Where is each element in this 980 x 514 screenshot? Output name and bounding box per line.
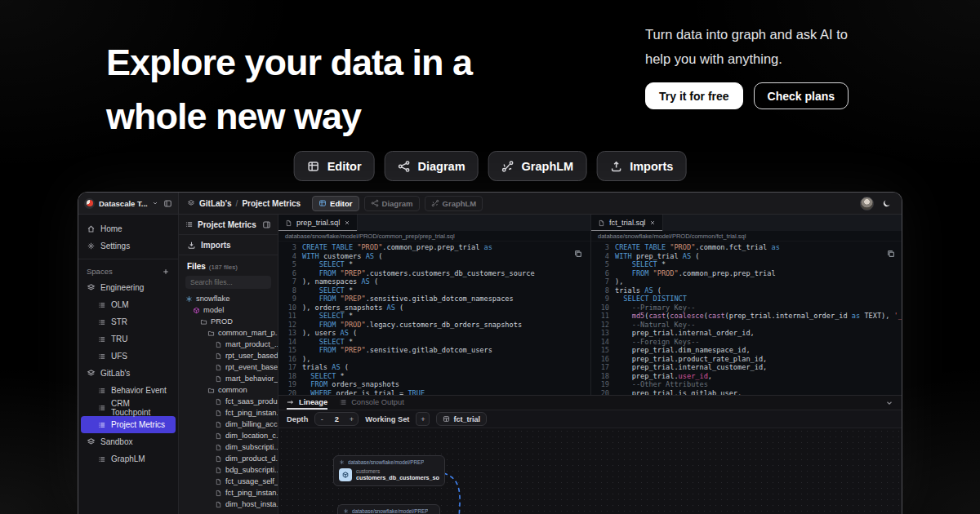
- tree-item-dim-subscripti[interactable]: dim_subscripti...: [179, 441, 278, 453]
- tree-item-rpt-event-base[interactable]: rpt_event_base...: [179, 361, 278, 373]
- check-plans-button[interactable]: Check plans: [754, 82, 849, 109]
- sidebar-item-str[interactable]: STR: [78, 313, 178, 330]
- tree-item-fct-saas-produ[interactable]: fct_saas_produ...: [179, 396, 278, 407]
- tree-item-label: snowflake: [196, 295, 229, 303]
- import-icon: [187, 241, 196, 250]
- feature-tab-label: Imports: [630, 160, 673, 173]
- working-set-chip[interactable]: fct_trial: [436, 412, 487, 426]
- tree-item-label: dim_product_d...: [225, 454, 278, 463]
- depth-decrement-button[interactable]: -: [315, 415, 328, 423]
- collapse-panel-icon[interactable]: [885, 399, 893, 407]
- tree-item-dim-billing-acc[interactable]: dim_billing_acc...: [179, 419, 278, 430]
- tree-item-dim-location-c[interactable]: dim_location_c...: [179, 430, 278, 441]
- sidebar-space-label: Engineering: [100, 283, 144, 292]
- chevron-down-icon[interactable]: [152, 200, 158, 206]
- tree-item-fct-ping-instan[interactable]: fct_ping_instan...: [179, 487, 278, 498]
- tab-console-output[interactable]: Console Output: [339, 396, 404, 410]
- breadcrumb-space[interactable]: GitLab's: [199, 199, 232, 208]
- depth-increment-button[interactable]: +: [345, 415, 358, 423]
- sidebar-toggle-icon[interactable]: [163, 199, 172, 208]
- tree-item-fct-usage-self[interactable]: fct_usage_self_...: [179, 476, 278, 487]
- sidebar-item-tru[interactable]: TRU: [78, 330, 178, 348]
- copy-code-button[interactable]: [886, 249, 896, 259]
- code-token: =: [399, 389, 408, 396]
- lineage-canvas[interactable]: database/snowflake/model/PREPcustomerscu…: [278, 428, 902, 514]
- tree-item-fct-ping-instan[interactable]: fct_ping_instan...: [179, 407, 278, 419]
- code-line: 14 --Foreign Keys--: [591, 338, 902, 347]
- user-avatar[interactable]: [860, 197, 874, 210]
- tree-item-snowflake[interactable]: snowflake: [179, 293, 278, 304]
- sidebar-item-project-metrics[interactable]: Project Metrics: [81, 416, 176, 433]
- imports-item[interactable]: Imports: [179, 235, 278, 255]
- sidebar-item-olm[interactable]: OLM: [78, 296, 178, 313]
- code-token: .sensitive.gitlab_dotcom_users: [366, 346, 492, 355]
- sidebar-item-label: Home: [100, 224, 122, 233]
- tree-item-label: common_mart_p...: [218, 329, 278, 337]
- view-tab-editor[interactable]: Editor: [312, 196, 359, 211]
- feature-tab-imports[interactable]: Imports: [596, 151, 686, 181]
- tree-item-dim-host-insta[interactable]: dim_host_insta...: [179, 498, 278, 510]
- dark-mode-icon[interactable]: [882, 198, 892, 208]
- tab-lineage[interactable]: Lineage: [287, 396, 327, 410]
- tree-item-label: common: [218, 386, 247, 394]
- breadcrumb-page[interactable]: Project Metrics: [242, 199, 301, 208]
- app-body: HomeSettingsSpacesEngineeringOLMSTRTRUUF…: [78, 215, 902, 514]
- close-icon[interactable]: [344, 219, 350, 226]
- feature-tab-editor[interactable]: Editor: [294, 151, 375, 181]
- tree-item-prod[interactable]: PROD: [179, 316, 278, 327]
- sidebar-item-graphlm[interactable]: GraphLM: [78, 450, 178, 467]
- lineage-node-path: database/snowflake/model/PREP: [348, 459, 424, 465]
- sidebar-space-label: Sandbox: [100, 437, 132, 446]
- workspace-switcher[interactable]: Datascale T...: [78, 193, 179, 214]
- files-label: Files: [187, 262, 206, 271]
- code-editor[interactable]: 3CREATE TABLE "PROD".common_prep.prep_tr…: [278, 241, 590, 395]
- file-search-input[interactable]: [190, 278, 266, 286]
- list-icon: [98, 387, 106, 395]
- lineage-node-name: customers_db_customers_source: [356, 474, 439, 481]
- feature-tab-diagram[interactable]: Diagram: [385, 151, 479, 181]
- tree-item-mart-product[interactable]: mart_product_...: [179, 339, 278, 350]
- feature-tab-label: Editor: [327, 160, 362, 173]
- plus-icon[interactable]: [162, 268, 170, 276]
- sidebar-item-crm-touchpoint[interactable]: CRM Touchpoint: [78, 399, 178, 416]
- code-token: user_id: [679, 372, 708, 381]
- code-editor[interactable]: 3CREATE TABLE "PROD".common.fct_trial as…: [591, 241, 902, 395]
- lineage-node-customers-db-customers-source[interactable]: database/snowflake/model/PREPcustomerscu…: [333, 455, 445, 486]
- code-token: AS: [644, 286, 657, 295]
- landing-page: Explore your data in a whole new way Tur…: [0, 0, 980, 514]
- copy-code-button[interactable]: [573, 249, 583, 259]
- tree-item-rpt-user-based[interactable]: rpt_user_based...: [179, 350, 278, 361]
- sidebar-item-behavior-event[interactable]: Behavior Event: [78, 382, 178, 399]
- code-token: ),: [302, 355, 310, 364]
- lineage-controls: Depth - 2 + Working Set + fct_tria: [278, 410, 902, 428]
- try-free-button[interactable]: Try it for free: [645, 82, 743, 109]
- working-set-add-button[interactable]: +: [416, 412, 430, 426]
- sidebar-space-sandbox[interactable]: Sandbox: [78, 433, 178, 450]
- sidebar-item-ufs[interactable]: UFS: [78, 348, 178, 365]
- tree-item-model[interactable]: model: [179, 304, 278, 316]
- view-tab-diagram[interactable]: Diagram: [364, 196, 420, 211]
- app-titlebar: Datascale T... GitLab's / Project Metric…: [78, 193, 902, 215]
- view-tab-graphlm[interactable]: GraphLM: [425, 196, 483, 211]
- tree-item-common-mart-p[interactable]: common_mart_p...: [179, 327, 278, 339]
- tree-item-dim-product-d[interactable]: dim_product_d...: [179, 453, 278, 464]
- graphlm-icon: [431, 199, 439, 207]
- sidebar-space-engineering[interactable]: Engineering: [78, 279, 178, 296]
- tree-item-mart-behavior[interactable]: mart_behavior_...: [179, 373, 278, 384]
- file-search[interactable]: [185, 276, 271, 289]
- tree-item-common[interactable]: common: [179, 384, 278, 396]
- file-tab-fct-trial-sql[interactable]: fct_trial.sql: [591, 215, 663, 231]
- panel-toggle-icon[interactable]: [262, 220, 271, 229]
- close-icon[interactable]: [649, 219, 656, 226]
- code-line: 9 FROM "PREP".sensitive.gitlab_dotcom_na…: [278, 295, 590, 304]
- file-tab-prep-trial-sql[interactable]: prep_trial.sql: [278, 215, 358, 231]
- feature-tab-graphlm[interactable]: GraphLM: [488, 151, 587, 181]
- sidebar-space-gitlab-s[interactable]: GitLab's: [78, 365, 178, 382]
- titlebar-right: [860, 197, 902, 210]
- tree-item-label: dim_host_insta...: [225, 500, 278, 508]
- sidebar-item-settings[interactable]: Settings: [78, 237, 178, 255]
- lineage-node-1[interactable]: database/snowflake/model/PREP: [337, 504, 440, 514]
- line-number: 20: [278, 389, 302, 396]
- sidebar-item-home[interactable]: Home: [78, 220, 178, 237]
- tree-item-bdg-subscripti[interactable]: bdg_subscripti...: [179, 464, 278, 476]
